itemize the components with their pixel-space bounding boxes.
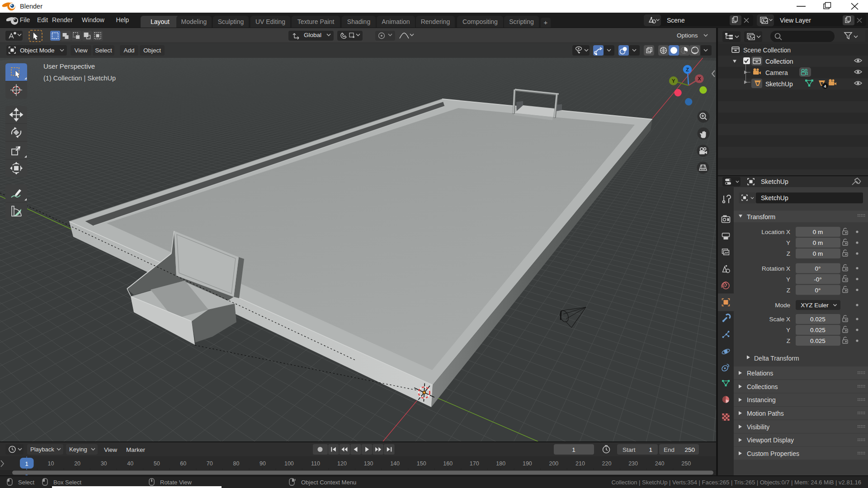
svg-text:Rotation X: Rotation X (762, 265, 790, 272)
svg-text:User Perspective: User Perspective (43, 62, 95, 70)
svg-text:Mode: Mode (775, 302, 790, 309)
svg-text:Scene Collection: Scene Collection (743, 47, 791, 54)
svg-text:Select: Select (18, 479, 35, 486)
svg-text:200: 200 (549, 460, 558, 467)
svg-text:Custom Properties: Custom Properties (747, 450, 799, 457)
svg-text:160: 160 (443, 460, 453, 467)
svg-text:140: 140 (390, 460, 400, 467)
svg-text:110: 110 (311, 460, 320, 467)
svg-text:Playback: Playback (30, 446, 54, 453)
svg-text:Object Context Menu: Object Context Menu (301, 479, 356, 486)
svg-text:-0°: -0° (814, 276, 821, 283)
svg-text:SketchUp: SketchUp (761, 194, 788, 202)
svg-text:Delta Transform: Delta Transform (754, 355, 799, 362)
svg-text:70: 70 (207, 460, 213, 467)
svg-text:Instancing: Instancing (747, 396, 776, 404)
svg-text:0°: 0° (815, 287, 821, 294)
svg-text:210: 210 (576, 460, 585, 467)
svg-text:0 m: 0 m (813, 239, 823, 246)
svg-text:Camera: Camera (765, 69, 788, 76)
svg-text:Z: Z (787, 338, 790, 344)
svg-text:Scene: Scene (667, 17, 685, 24)
svg-text:Location X: Location X (761, 229, 790, 235)
svg-text:SketchUp: SketchUp (765, 80, 793, 88)
svg-text:Rotate View: Rotate View (160, 479, 192, 486)
svg-text:Y: Y (786, 239, 790, 246)
svg-text:SketchUp: SketchUp (761, 178, 788, 185)
svg-text:100: 100 (284, 460, 294, 467)
svg-text:End: End (664, 446, 675, 453)
svg-text:0°: 0° (815, 265, 821, 272)
svg-text:0.025: 0.025 (810, 338, 826, 344)
svg-text:Relations: Relations (747, 370, 773, 377)
svg-text:Keying: Keying (69, 446, 87, 453)
svg-text:Viewport Display: Viewport Display (747, 436, 794, 444)
svg-text:120: 120 (337, 460, 347, 467)
svg-text:Start: Start (623, 446, 636, 453)
svg-text:60: 60 (180, 460, 186, 467)
svg-text:Z: Z (787, 287, 790, 294)
svg-text:Y: Y (672, 78, 675, 84)
svg-text:Object: Object (143, 47, 161, 54)
svg-text:Object Mode: Object Mode (20, 47, 55, 54)
svg-text:Add: Add (123, 47, 134, 54)
svg-text:250: 250 (684, 446, 695, 453)
svg-text:Select: Select (95, 47, 112, 54)
svg-text:Global: Global (304, 32, 321, 38)
svg-text:250: 250 (681, 460, 691, 467)
svg-text:1: 1 (572, 446, 576, 453)
svg-text:220: 220 (602, 460, 612, 467)
svg-text:180: 180 (496, 460, 505, 467)
svg-text:Collections: Collections (747, 383, 778, 390)
svg-text:Collection: Collection (765, 58, 793, 65)
svg-text:0 m: 0 m (813, 250, 823, 257)
svg-text:4: 4 (824, 84, 826, 89)
svg-text:230: 230 (628, 460, 638, 467)
svg-text:Blender: Blender (20, 3, 42, 10)
svg-text:Marker: Marker (126, 446, 146, 453)
svg-text:1: 1 (25, 460, 28, 467)
svg-text:90: 90 (259, 460, 266, 467)
svg-text:View Layer: View Layer (780, 17, 811, 24)
svg-text:0 m: 0 m (813, 229, 823, 235)
svg-text:Collection | SketchUp | Verts:: Collection | SketchUp | Verts:354 | Face… (611, 479, 861, 486)
svg-text:Transform: Transform (747, 213, 775, 221)
svg-text:Z: Z (686, 67, 689, 72)
svg-text:Motion Paths: Motion Paths (747, 410, 784, 417)
svg-text:10: 10 (48, 460, 54, 467)
svg-text:(1) Collection | SketchUp: (1) Collection | SketchUp (43, 75, 116, 82)
svg-text:0.025: 0.025 (810, 316, 826, 323)
svg-text:Visibility: Visibility (747, 423, 769, 431)
svg-text:170: 170 (470, 460, 479, 467)
svg-text:150: 150 (417, 460, 426, 467)
svg-text:80: 80 (233, 460, 239, 467)
svg-text:1: 1 (649, 446, 652, 453)
svg-text:Y: Y (786, 327, 790, 333)
svg-text:Options: Options (677, 32, 698, 39)
svg-text:130: 130 (364, 460, 373, 467)
svg-text:View: View (74, 47, 87, 54)
svg-text:190: 190 (523, 460, 532, 467)
svg-text:XYZ Euler: XYZ Euler (801, 302, 829, 309)
svg-text:0.025: 0.025 (810, 327, 826, 333)
svg-text:Z: Z (787, 250, 790, 257)
svg-text:30: 30 (101, 460, 107, 467)
svg-text:View: View (104, 446, 117, 453)
svg-text:50: 50 (154, 460, 160, 467)
svg-text:40: 40 (127, 460, 133, 467)
svg-text:Scale X: Scale X (769, 316, 790, 323)
svg-text:20: 20 (74, 460, 80, 467)
svg-text:Y: Y (786, 276, 790, 283)
svg-text:X: X (698, 76, 701, 81)
svg-text:Box Select: Box Select (53, 479, 82, 486)
svg-text:240: 240 (655, 460, 665, 467)
